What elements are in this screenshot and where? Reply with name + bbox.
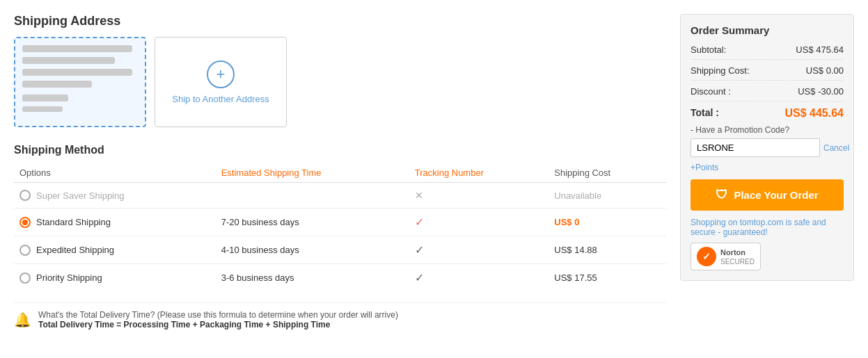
shipping-address-section: Shipping Address + [14,14,666,127]
placeholder-line-1 [22,45,132,52]
super-saver-label: Super Saver Shipping [36,190,124,201]
add-address-card[interactable]: + Ship to Another Address [155,37,287,127]
delivery-note-text: What's the Total Delivery Time? (Please … [38,310,398,329]
total-row: Total : US$ 445.64 [691,107,844,120]
standard-label: Standard Shipping [36,217,111,227]
table-row: Super Saver Shipping ✕ Unavailable [14,183,666,209]
super-saver-option[interactable]: Super Saver Shipping [19,190,210,201]
priority-cost: US$ 17.55 [554,272,597,283]
placeholder-line-6 [22,106,63,112]
delivery-formula: Total Delivery Time = Processing Time + … [38,320,330,329]
subtotal-value: US$ 475.64 [796,44,844,55]
table-row: Expedited Shipping 4-10 business days ✓ … [14,236,666,264]
expedited-radio[interactable] [19,245,31,256]
points-label[interactable]: +Points [691,163,844,172]
shield-icon: 🛡 [716,188,728,202]
col-options: Options [14,163,216,183]
placeholder-line-5 [22,95,68,101]
norton-secured: SECURED [720,258,755,266]
order-summary-box: Order Summary Subtotal: US$ 475.64 Shipp… [680,14,854,281]
expedited-cost: US$ 14.88 [554,245,597,255]
add-icon: + [207,60,235,88]
col-shipping-cost: Shipping Cost [549,163,666,183]
super-saver-radio[interactable] [19,190,31,201]
standard-cost: US$ 0 [554,217,579,227]
discount-label: Discount : [691,86,731,97]
bell-icon: 🔔 [14,311,31,328]
discount-value: US$ -30.00 [798,86,844,97]
ship-to-another-label: Ship to Another Address [172,94,269,104]
secure-text: Shopping on tomtop.com is safe and secur… [691,218,844,237]
col-estimated-time: Estimated Shipping Time [216,163,409,183]
shipping-cost-row: Shipping Cost: US$ 0.00 [691,65,844,81]
col-tracking: Tracking Number [409,163,549,183]
norton-text-block: Norton SECURED [720,247,755,265]
norton-name: Norton [720,247,755,257]
standard-tracking: ✓ [415,216,424,228]
expedited-label: Expedited Shipping [36,245,114,255]
priority-label: Priority Shipping [36,272,102,283]
delivery-note: 🔔 What's the Total Delivery Time? (Pleas… [14,302,666,336]
priority-radio[interactable] [19,272,31,284]
table-row: Priority Shipping 3-6 business days ✓ US… [14,264,666,292]
radio-dot [22,220,28,225]
promo-row: Cancel [691,138,844,157]
shipping-address-title: Shipping Address [14,14,666,29]
placeholder-line-2 [22,57,115,64]
right-section: Order Summary Subtotal: US$ 475.64 Shipp… [680,14,854,336]
priority-option[interactable]: Priority Shipping [19,272,210,284]
address-placeholder [22,45,138,112]
placeholder-line-4 [22,81,92,88]
expedited-option[interactable]: Expedited Shipping [19,245,210,256]
standard-radio[interactable] [19,217,31,228]
priority-tracking: ✓ [415,272,424,284]
standard-time: 7-20 business days [216,209,409,236]
total-value: US$ 445.64 [784,107,844,120]
subtotal-row: Subtotal: US$ 475.64 [691,44,844,60]
discount-row: Discount : US$ -30.00 [691,86,844,101]
norton-check-icon: ✓ [697,247,716,266]
shipping-method-section: Shipping Method Options Estimated Shippi… [14,144,666,336]
place-order-label: Place Your Order [734,189,818,201]
norton-badge: ✓ Norton SECURED [691,243,761,270]
left-section: Shipping Address + [14,14,666,336]
table-row: Standard Shipping 7-20 business days ✓ U… [14,209,666,236]
place-order-button[interactable]: 🛡 Place Your Order [691,179,844,211]
order-summary-title: Order Summary [691,24,844,36]
cancel-promo-button[interactable]: Cancel [823,138,849,157]
shipping-method-title: Shipping Method [14,144,666,156]
total-label: Total : [691,107,719,120]
super-saver-tracking: ✕ [415,190,423,201]
selected-address-card[interactable] [14,37,146,127]
shipping-cost-value: US$ 0.00 [806,65,844,76]
expedited-time: 4-10 business days [216,236,409,264]
super-saver-cost: Unavailable [554,190,601,201]
address-cards: + Ship to Another Address [14,37,666,127]
super-saver-time [216,183,409,209]
standard-option[interactable]: Standard Shipping [19,217,210,228]
promo-input[interactable] [691,138,820,157]
delivery-note-description: What's the Total Delivery Time? (Please … [38,310,398,320]
promo-label: - Have a Promotion Code? [691,125,844,135]
placeholder-line-3 [22,69,132,76]
shipping-cost-label: Shipping Cost: [691,65,750,76]
shipping-table: Options Estimated Shipping Time Tracking… [14,163,666,291]
priority-time: 3-6 business days [216,264,409,292]
subtotal-label: Subtotal: [691,44,726,55]
expedited-tracking: ✓ [415,244,424,256]
